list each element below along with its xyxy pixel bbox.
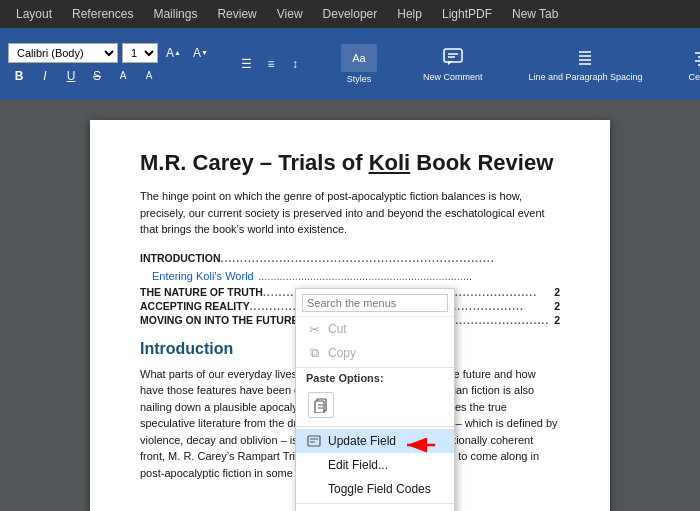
menu-mailings[interactable]: Mailings [145,3,205,25]
koli-underline: Koli [369,150,411,175]
paste-option-button[interactable] [308,392,334,418]
highlight-button[interactable]: A [112,66,134,86]
svg-rect-0 [444,49,462,62]
bullets-button[interactable]: ☰ [236,54,258,74]
line-spacing-group: Line and Paragraph Spacing [517,43,653,85]
font-size-select[interactable]: 11 [122,43,158,63]
styles-group: Aa Styles [330,41,388,87]
toggle-field-icon [306,481,322,497]
line-spacing-button[interactable]: ↕ [284,54,306,74]
menu-newtab[interactable]: New Tab [504,3,566,25]
ribbon: Calibri (Body) 11 A▲ A▼ B I U S A A ☰ ≡ … [0,28,700,100]
grow-font-button[interactable]: A▲ [162,43,185,63]
bold-button[interactable]: B [8,66,30,86]
context-menu-toggle-field-codes[interactable]: Toggle Field Codes [296,477,454,501]
comment-group: New Comment [412,43,494,85]
update-field-icon [306,433,322,449]
toc-entering-kolis-world[interactable]: Entering Koli’s World [152,270,254,282]
new-comment-button[interactable]: New Comment [418,43,488,85]
center-group: Center [678,43,700,85]
toc-introduction: INTRODUCTION ...........................… [140,252,560,264]
context-menu: ✂ Cut ⧉ Copy Paste Options: [295,288,455,511]
menu-view[interactable]: View [269,3,311,25]
menu-bar: Layout References Mailings Review View D… [0,0,700,28]
intro-paragraph: The hinge point on which the genre of po… [140,188,560,238]
new-comment-label: New Comment [423,72,483,82]
context-menu-copy: ⧉ Copy [296,341,454,365]
separator [296,367,454,368]
separator-3 [296,503,454,504]
copy-icon: ⧉ [306,345,322,361]
line-paragraph-spacing-button[interactable]: Line and Paragraph Spacing [523,43,647,85]
strikethrough-button[interactable]: S [86,66,108,86]
menu-lightpdf[interactable]: LightPDF [434,3,500,25]
separator-2 [296,426,454,427]
context-menu-cut: ✂ Cut [296,317,454,341]
paste-options-label: Paste Options: [296,370,454,386]
edit-field-label: Edit Field... [328,458,388,472]
center-label: Center [689,72,700,82]
context-menu-search[interactable] [296,289,454,317]
font-family-select[interactable]: Calibri (Body) [8,43,118,63]
svg-rect-18 [308,436,320,446]
menu-references[interactable]: References [64,3,141,25]
paste-options-row [296,386,454,424]
svg-rect-15 [315,401,324,413]
copy-label: Copy [328,346,356,360]
document-area: M.R. Carey – Trials of Koli Book Review … [0,100,700,511]
font-group: Calibri (Body) 11 A▲ A▼ B I U S A A [8,43,212,86]
edit-field-icon [306,457,322,473]
menu-review[interactable]: Review [209,3,264,25]
menu-help[interactable]: Help [389,3,430,25]
cut-label: Cut [328,322,347,336]
center-button[interactable]: Center [684,43,700,85]
toc-introduction-label: INTRODUCTION [140,252,221,264]
menu-layout[interactable]: Layout [8,3,60,25]
italic-button[interactable]: I [34,66,56,86]
font-color-button[interactable]: A [138,66,160,86]
styles-button[interactable]: Aa Styles [336,41,382,87]
styles-label: Styles [347,74,372,84]
cut-icon: ✂ [306,321,322,337]
underline-button[interactable]: U [60,66,82,86]
toggle-field-label: Toggle Field Codes [328,482,431,496]
arrow-indicator [345,430,445,460]
line-spacing-label: Line and Paragraph Spacing [528,72,642,82]
numbering-button[interactable]: ≡ [260,54,282,74]
context-menu-font[interactable]: A Font... [296,506,454,511]
search-menu-input[interactable] [302,294,448,312]
shrink-font-button[interactable]: A▼ [189,43,212,63]
menu-developer[interactable]: Developer [315,3,386,25]
document-title: M.R. Carey – Trials of Koli Book Review [140,150,560,176]
